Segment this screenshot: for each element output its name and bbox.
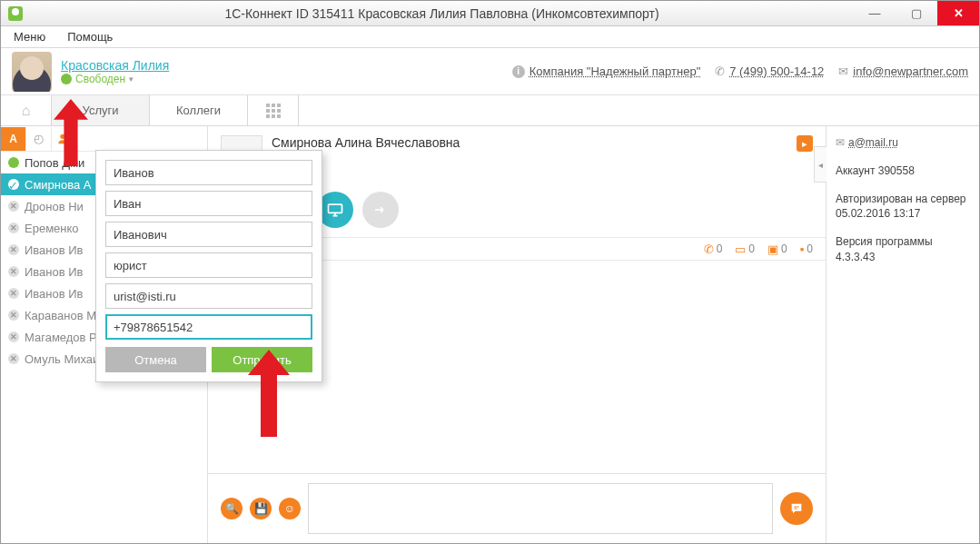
company-link-block: i Компания "Надежный партнер" (512, 64, 701, 78)
titlebar: 1С-Коннект ID 315411 Красовская Лилия Па… (1, 1, 979, 26)
online-dot-icon (8, 157, 19, 168)
user-name-link[interactable]: Красовская Лилия (61, 58, 169, 73)
close-button[interactable]: ✕ (937, 1, 979, 25)
mid-counts: ✆0 ▭0 ▣0 ▪0 (704, 242, 813, 256)
input-position[interactable] (105, 252, 312, 278)
email-link[interactable]: info@newpartner.com (853, 64, 968, 78)
contact-name-label: Иванов Ив (25, 287, 84, 301)
status-dot-icon (61, 74, 72, 84)
phone-small-icon: ✆ (704, 242, 714, 256)
sort-az-button[interactable]: А (1, 127, 26, 151)
count-screens: ▣0 (767, 242, 787, 256)
contact-name-label: Иванов Ив (25, 265, 84, 279)
phone-link[interactable]: 7 (499) 500-14-12 (729, 64, 824, 78)
contact-name-label: Смирнова А (25, 178, 92, 192)
chat-small-icon: ▭ (735, 242, 746, 256)
send-message-button[interactable] (780, 492, 813, 525)
contact-name-label: Еременко (25, 222, 79, 235)
col-right: ✉ a@mail.ru Аккаунт 390558 Авторизирован… (827, 126, 979, 543)
chevron-down-icon: ▾ (129, 74, 134, 84)
svg-rect-1 (329, 204, 342, 213)
online-dot-icon: ✓ (8, 179, 19, 190)
invite-popup: Отмена Отправить (95, 150, 322, 382)
contact-name-label: Дронов Ни (25, 200, 84, 213)
next-contact-button[interactable]: ▸ (797, 135, 813, 152)
input-email[interactable] (105, 283, 312, 309)
monitor-icon (326, 201, 344, 219)
chat-input-row: 🔍 💾 ☺ (208, 473, 826, 543)
input-firstname[interactable] (105, 191, 312, 216)
window-title: 1С-Коннект ID 315411 Красовская Лилия Па… (30, 6, 854, 21)
left-toolbar: А ◴ (1, 126, 207, 152)
maximize-button[interactable]: ▢ (896, 1, 937, 25)
count-files: ▪0 (800, 242, 813, 256)
offline-dot-icon: ✕ (8, 353, 19, 364)
menu-help[interactable]: Помощь (58, 28, 122, 45)
company-link[interactable]: Компания "Надежный партнер" (530, 64, 701, 78)
status-label: Свободен (75, 73, 125, 85)
right-auth: Авторизирован на сервер 05.02.2016 13:17 (836, 192, 970, 223)
save-chat-button[interactable]: 💾 (250, 498, 272, 519)
count-calls: ✆0 (704, 242, 723, 256)
phone-icon: ✆ (715, 64, 725, 78)
header-right: i Компания "Надежный партнер" ✆ 7 (499) … (512, 64, 968, 78)
menu-menu[interactable]: Меню (5, 28, 54, 45)
right-auth-date: 05.02.2016 13:17 (836, 207, 920, 220)
clock-icon: ◴ (34, 132, 44, 145)
message-input[interactable] (308, 483, 773, 534)
right-email-link[interactable]: a@mail.ru (848, 135, 898, 151)
app-icon (8, 6, 23, 21)
right-ver-value: 4.3.3.43 (836, 251, 875, 263)
right-account: Аккаунт 390558 (836, 163, 970, 179)
window-controls: — ▢ ✕ (854, 1, 979, 25)
offline-dot-icon: ✕ (8, 331, 19, 342)
search-chat-button[interactable]: 🔍 (221, 498, 243, 519)
tab-colleagues[interactable]: Коллеги (150, 95, 248, 125)
user-block: Красовская Лилия Свободен ▾ (61, 58, 169, 85)
input-surname[interactable] (105, 160, 312, 185)
input-phone[interactable] (105, 314, 312, 340)
contact-name-label: Иванов Ив (25, 243, 84, 257)
minimize-button[interactable]: — (854, 1, 896, 25)
smile-icon: ☺ (284, 502, 295, 515)
header: Красовская Лилия Свободен ▾ i Компания "… (1, 48, 979, 95)
count-chats: ▭0 (735, 242, 755, 256)
offline-dot-icon: ✕ (8, 244, 19, 255)
offline-dot-icon: ✕ (8, 266, 19, 277)
tab-home[interactable]: ⌂ (1, 95, 52, 125)
hint-arrow-2 (248, 350, 290, 437)
emoji-button[interactable]: ☺ (279, 498, 301, 519)
avatar[interactable] (12, 52, 52, 92)
forward-icon (372, 202, 389, 218)
cancel-button[interactable]: Отмена (105, 347, 206, 372)
menubar: Меню Помощь (1, 26, 979, 48)
hint-arrow-1 (54, 99, 88, 166)
right-ver-label: Версия программы (836, 235, 933, 248)
tab-colleagues-label: Коллеги (176, 104, 221, 117)
right-version: Версия программы 4.3.3.43 (836, 234, 970, 265)
input-patronymic[interactable] (105, 222, 312, 247)
search-icon: 🔍 (225, 502, 239, 515)
sort-az-label: А (9, 133, 17, 145)
email-link-block: ✉ info@newpartner.com (838, 64, 968, 78)
right-email-row: ✉ a@mail.ru (836, 135, 970, 151)
chat-bubble-icon (789, 501, 804, 516)
offline-dot-icon: ✕ (8, 310, 19, 321)
contact-name: Смирнова Алина Вячеславовна (272, 135, 460, 150)
forward-button[interactable] (362, 192, 399, 228)
disk-icon: 💾 (254, 502, 268, 515)
screen-share-button[interactable] (317, 192, 353, 228)
offline-dot-icon: ✕ (8, 288, 19, 299)
mail-icon: ✉ (838, 64, 848, 78)
status-row[interactable]: Свободен ▾ (61, 73, 169, 85)
offline-dot-icon: ✕ (8, 223, 19, 233)
phone-link-block: ✆ 7 (499) 500-14-12 (715, 64, 824, 78)
screen-small-icon: ▣ (767, 242, 778, 256)
sort-recent-button[interactable]: ◴ (26, 127, 52, 151)
tab-apps[interactable] (248, 95, 299, 125)
grid-icon (266, 104, 281, 118)
info-icon: i (512, 65, 525, 78)
home-icon: ⌂ (22, 103, 31, 119)
right-panel-toggle[interactable]: ◂ (814, 146, 827, 183)
tabs: ⌂ Услуги Коллеги (1, 95, 979, 126)
